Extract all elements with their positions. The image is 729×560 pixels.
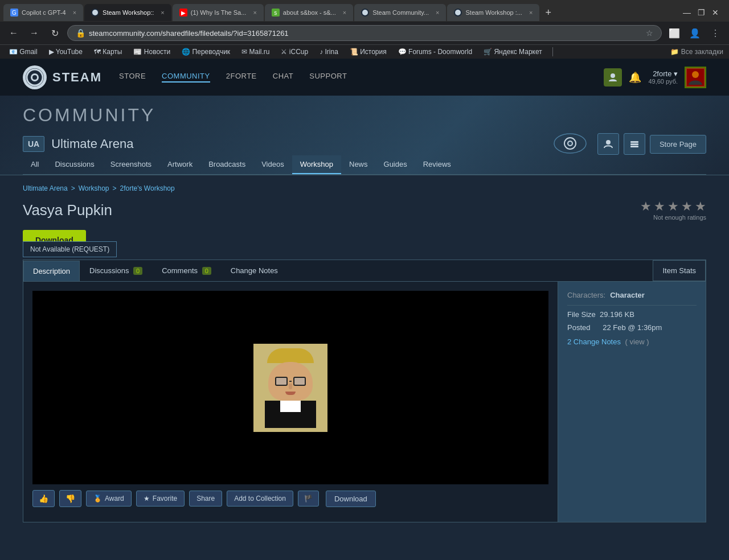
favorite-button[interactable]: ★ Favorite (136, 491, 185, 507)
tab-item-stats[interactable]: Item Stats (653, 260, 706, 281)
stack-icon (629, 139, 640, 149)
svg-point-11 (606, 140, 611, 145)
bookmark-translate[interactable]: 🌐 Переводчик (178, 47, 234, 57)
user-avatar[interactable] (685, 67, 706, 88)
tab-artwork[interactable]: Artwork (159, 155, 200, 174)
friends-button[interactable] (604, 68, 622, 87)
thumbdown-button[interactable]: 👎 (59, 490, 81, 507)
more-button[interactable]: ⋮ (707, 25, 723, 41)
forward-button[interactable]: → (26, 25, 42, 41)
tab-comments-item[interactable]: Comments 0 (152, 260, 221, 281)
breadcrumb-user[interactable]: 2forte's Workshop (120, 184, 175, 192)
browser-chrome: G Copilot с GPT-4 × Steam Workshop:: × ▶… (0, 0, 729, 59)
user-info: 2forte ▾ 49,60 руб. (648, 69, 678, 85)
bookmark-gmail[interactable]: 📧 Gmail (6, 47, 41, 57)
nav-store[interactable]: STORE (119, 72, 146, 83)
tab-videos[interactable]: Videos (253, 155, 292, 174)
download-action-button[interactable]: Download (326, 491, 376, 507)
tab-description[interactable]: Description (23, 261, 80, 281)
star-5: ★ (695, 199, 706, 214)
person-icon (603, 139, 613, 149)
wishlist-button[interactable] (624, 133, 645, 155)
tab-all[interactable]: All (23, 155, 47, 174)
close-icon[interactable]: ✕ (712, 8, 719, 17)
bookmarks-more-button[interactable]: 📁 Все закладки (670, 48, 723, 56)
avatar-image (687, 69, 704, 86)
tab-5[interactable]: Steam Community... × (354, 4, 446, 21)
tab-workshop[interactable]: Workshop (292, 155, 341, 174)
new-tab-button[interactable]: + (540, 7, 556, 19)
bookmark-iccup[interactable]: ⚔ iCCup (277, 47, 312, 57)
balance-display: 49,60 руб. (648, 78, 678, 85)
steam-logo-svg (24, 67, 45, 88)
nav-support[interactable]: SUPPORT (309, 72, 347, 83)
tab-news[interactable]: News (341, 155, 376, 174)
thumbup-button[interactable]: 👍 (32, 490, 55, 507)
address-bar[interactable]: 🔒 steamcommunity.com/sharedfiles/filedet… (67, 25, 662, 41)
breadcrumb-game[interactable]: Ultimate Arena (23, 184, 68, 192)
profile-button[interactable]: 👤 (687, 25, 703, 41)
nav-chat[interactable]: CHAT (273, 72, 293, 83)
steam-logo[interactable]: STEAM (23, 65, 102, 89)
star-4: ★ (681, 199, 693, 214)
steam-badge-area (553, 133, 593, 155)
change-notes-link[interactable]: 2 Change Notes (567, 337, 621, 346)
rating-text: Not enough ratings (640, 214, 706, 221)
store-page-button[interactable]: Store Page (650, 135, 706, 154)
bookmark-mail[interactable]: ✉ Mail.ru (238, 47, 273, 57)
tab-reviews[interactable]: Reviews (415, 155, 459, 174)
tab-bar: G Copilot с GPT-4 × Steam Workshop:: × ▶… (0, 0, 729, 22)
tab-change-notes[interactable]: Change Notes (221, 260, 288, 281)
star-1: ★ (640, 199, 652, 214)
bookmark-irina[interactable]: ♪ Irina (316, 47, 342, 57)
back-button[interactable]: ← (6, 25, 22, 41)
nav-community[interactable]: COMMUNITY (162, 72, 210, 83)
breadcrumb-section[interactable]: Workshop (79, 184, 109, 192)
game-title: Ultimate Arena (51, 137, 133, 151)
characters-label: Characters: (567, 291, 605, 299)
svg-rect-14 (630, 146, 638, 147)
star-3: ★ (667, 199, 679, 214)
tab-2[interactable]: Steam Workshop:: × (84, 4, 171, 21)
tab-discussions-item[interactable]: Discussions 0 (80, 260, 152, 281)
action-bar: 👍 👎 🏅 Award ★ Favorite Share (32, 484, 548, 513)
reload-button[interactable]: ↻ (47, 25, 63, 41)
tab-3[interactable]: ▶ (1) Why Is The Sa... × (173, 4, 264, 21)
nav-username-link[interactable]: 2FORTE (226, 72, 257, 83)
steam-logo-circle (23, 65, 47, 89)
minimize-icon[interactable]: — (683, 8, 691, 17)
bookmark-history[interactable]: 📜 История (346, 47, 390, 57)
tab-screenshots[interactable]: Screenshots (103, 155, 159, 174)
item-title: Vasya Pupkin (23, 201, 112, 219)
svg-point-6 (692, 71, 699, 78)
bookmark-youtube[interactable]: ▶ YouTube (46, 47, 86, 57)
bookmark-forums[interactable]: 💬 Forums - Doomworld (395, 47, 476, 57)
tab-guides[interactable]: Guides (376, 155, 415, 174)
svg-point-4 (611, 73, 615, 78)
follow-button[interactable] (597, 133, 619, 155)
username-display[interactable]: 2forte ▾ (648, 69, 678, 78)
award-button[interactable]: 🏅 Award (86, 491, 132, 507)
tab-discussions[interactable]: Discussions (47, 155, 102, 174)
tab-4[interactable]: s about s&box - s&... × (265, 4, 353, 21)
steam-text: STEAM (52, 70, 102, 85)
tab-1[interactable]: G Copilot с GPT-4 × (3, 4, 83, 21)
breadcrumb-sep2: > (113, 184, 117, 192)
bookmark-yandex[interactable]: 🛒 Яндекс Маркет (480, 47, 546, 57)
bookmark-news[interactable]: 📰 Новости (130, 47, 174, 57)
change-notes-view[interactable]: ( view ) (625, 337, 649, 346)
bookmark-star-icon[interactable]: ☆ (646, 28, 653, 38)
tab-6[interactable]: Steam Workshop :... × (447, 4, 539, 21)
file-size-row: File Size 29.196 KB (567, 310, 697, 319)
lock-icon: 🔒 (76, 28, 85, 38)
notifications-button[interactable]: 🔔 (629, 71, 641, 84)
add-to-collection-button[interactable]: Add to Collection (227, 491, 293, 507)
share-button[interactable]: Share (189, 491, 222, 507)
maximize-icon[interactable]: ❐ (698, 8, 705, 17)
tab-broadcasts[interactable]: Broadcasts (200, 155, 253, 174)
preview-image (253, 344, 327, 432)
flag-button[interactable]: 🏴 (298, 491, 319, 507)
bookmark-maps[interactable]: 🗺 Карты (91, 47, 126, 57)
extensions-button[interactable]: ⬜ (666, 25, 682, 41)
steam-nav-links: STORE COMMUNITY 2FORTE CHAT SUPPORT (119, 72, 347, 83)
